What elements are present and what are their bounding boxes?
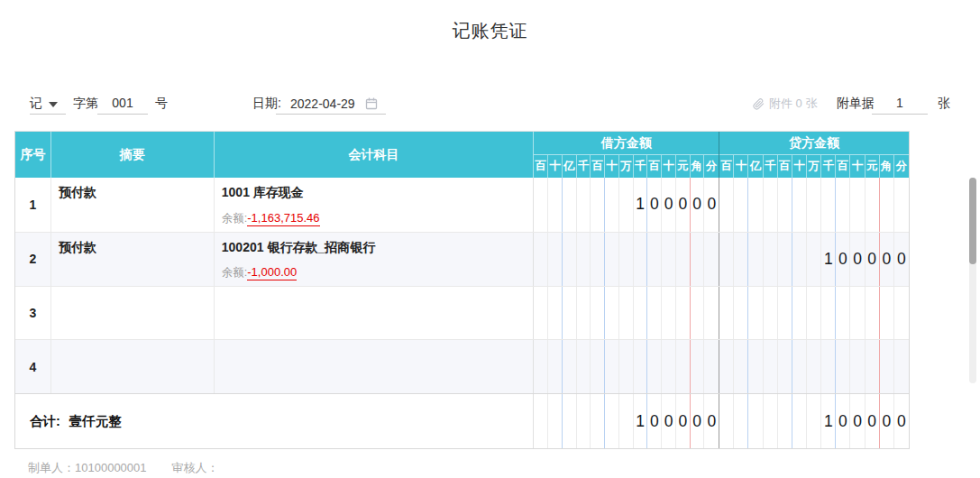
amount-digit-cell: [704, 340, 719, 393]
digit-col-label: 亿: [748, 155, 763, 178]
digit-col-label: 元: [676, 155, 691, 178]
amount-digit-cell: 0: [662, 394, 676, 448]
amount-digit-cell: [807, 340, 821, 393]
vertical-scrollbar-thumb[interactable]: [969, 178, 976, 264]
amount-digit-cell: [704, 287, 719, 340]
row-index: 3: [15, 287, 51, 340]
date-value: 2022-04-29: [276, 97, 364, 111]
date-input[interactable]: 2022-04-29: [276, 93, 386, 115]
amount-digit-cell: 0: [836, 394, 850, 448]
header-credit: 贷方金额 百十亿千百十万千百十元角分: [719, 132, 909, 178]
summary-cell[interactable]: 预付款: [51, 178, 215, 232]
creator-value: 10100000001: [75, 461, 147, 474]
amount-digit-cell: [605, 287, 619, 340]
amount-digit-cell: 1: [821, 394, 836, 448]
digit-col-label: 百: [836, 155, 850, 178]
calendar-icon[interactable]: [364, 97, 379, 111]
table-row: 3: [15, 286, 909, 340]
digit-col-label: 十: [548, 155, 563, 178]
amount-digit-cell: [634, 340, 648, 393]
amount-digit-cell: 0: [647, 178, 662, 232]
credit-amount-cell[interactable]: 100000: [719, 233, 909, 286]
debit-amount-cell[interactable]: 100000: [534, 178, 719, 232]
amount-digit-cell: [719, 287, 734, 340]
amount-digit-cell: [880, 287, 894, 340]
amount-digit-cell: [691, 340, 705, 393]
amount-digit-cell: [662, 340, 676, 393]
amount-digit-cell: [634, 287, 648, 340]
amount-digit-cell: [764, 340, 778, 393]
amount-digit-cell: [850, 287, 865, 340]
amount-digit-cell: [534, 233, 548, 286]
account-balance: 余额:-1,000.00: [222, 264, 297, 280]
receipts-input[interactable]: 1: [872, 93, 928, 115]
amount-digit-cell: [676, 287, 691, 340]
debit-amount-cell[interactable]: [534, 340, 719, 393]
amount-digit-cell: [605, 233, 619, 286]
amount-digit-cell: 0: [647, 394, 662, 448]
amount-digit-cell: 0: [880, 394, 894, 448]
account-cell[interactable]: [215, 287, 535, 340]
amount-digit-cell: [821, 178, 836, 232]
digit-col-label: 元: [866, 155, 880, 178]
amount-digit-cell: [577, 178, 591, 232]
amount-digit-cell: [880, 178, 894, 232]
amount-digit-cell: [894, 287, 909, 340]
total-label: 合计:: [30, 413, 60, 430]
amount-digit-cell: [662, 287, 676, 340]
account-cell[interactable]: 100201 银行存款_招商银行余额:-1,000.00: [215, 233, 535, 286]
amount-digit-cell: 1: [634, 394, 648, 448]
table-row: 1预付款1001 库存现金余额:-1,163,715.46100000: [15, 178, 909, 232]
amount-digit-cell: [691, 233, 705, 286]
amount-digit-cell: [634, 233, 648, 286]
amount-digit-cell: [850, 178, 865, 232]
digit-col-label: 十: [792, 155, 807, 178]
amount-digit-cell: [619, 394, 634, 448]
account-cell[interactable]: [215, 340, 535, 393]
amount-digit-cell: [647, 287, 662, 340]
vertical-scrollbar-track[interactable]: [969, 178, 976, 383]
header-index: 序号: [15, 132, 51, 178]
credit-amount-cell[interactable]: [719, 340, 909, 393]
attachment-button[interactable]: 附件 0 张: [753, 96, 817, 112]
amount-digit-cell: [563, 233, 577, 286]
amount-digit-cell: [778, 340, 792, 393]
digit-col-label: 百: [534, 155, 548, 178]
header-credit-title: 贷方金额: [719, 132, 909, 155]
attachment-label: 附件 0 张: [769, 96, 817, 112]
amount-digit-cell: 0: [691, 178, 705, 232]
voucher-word-select[interactable]: 记: [30, 93, 66, 115]
digit-col-label: 分: [894, 155, 909, 178]
amount-digit-cell: [647, 340, 662, 393]
amount-digit-cell: 1: [821, 233, 836, 286]
account-cell[interactable]: 1001 库存现金余额:-1,163,715.46: [215, 178, 535, 232]
amount-digit-cell: 0: [866, 394, 880, 448]
total-credit-cell: 100000: [719, 394, 909, 448]
amount-digit-cell: [748, 340, 763, 393]
amount-digit-cell: [836, 178, 850, 232]
digit-col-label: 十: [662, 155, 676, 178]
digit-col-label: 百: [778, 155, 792, 178]
amount-digit-cell: [807, 233, 821, 286]
debit-amount-cell[interactable]: [534, 287, 719, 340]
amount-digit-cell: [836, 287, 850, 340]
summary-cell[interactable]: [51, 287, 215, 340]
debit-amount-cell[interactable]: [534, 233, 719, 286]
digit-col-label: 角: [880, 155, 894, 178]
amount-digit-cell: [591, 394, 605, 448]
amount-digit-cell: [836, 340, 850, 393]
page-title: 记账凭证: [0, 19, 980, 43]
total-row: 合计: 壹仟元整 100000 100000: [15, 393, 909, 448]
amount-digit-cell: [719, 340, 734, 393]
digit-col-label: 千: [821, 155, 836, 178]
amount-digit-cell: 0: [676, 394, 691, 448]
credit-amount-cell[interactable]: [719, 178, 909, 232]
amount-digit-cell: [764, 287, 778, 340]
credit-amount-cell[interactable]: [719, 287, 909, 340]
voucher-number-input[interactable]: 001: [97, 93, 148, 115]
summary-cell[interactable]: [51, 340, 215, 393]
amount-digit-cell: [807, 287, 821, 340]
chevron-down-icon: [49, 102, 58, 107]
balance-label: 余额:: [222, 212, 247, 225]
summary-cell[interactable]: 预付款: [51, 233, 215, 286]
